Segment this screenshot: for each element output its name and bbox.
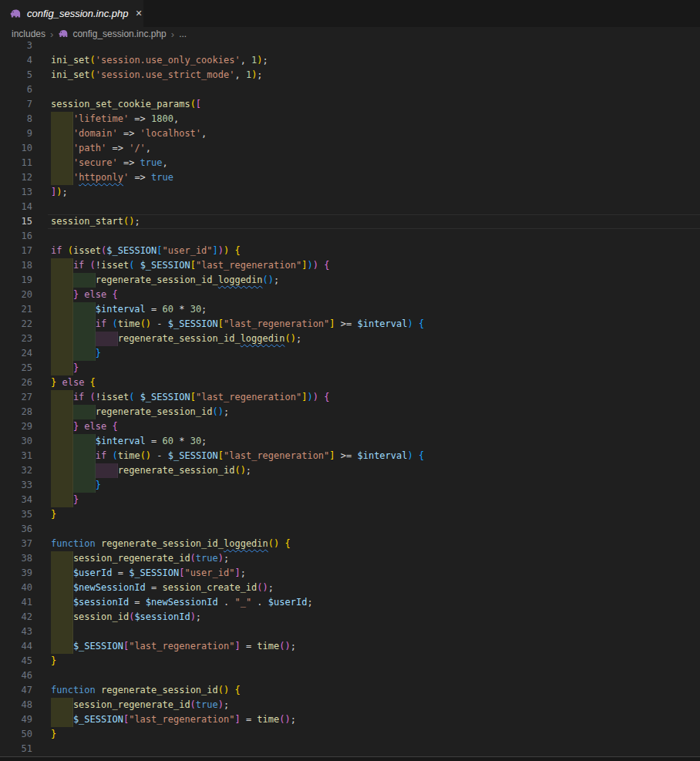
code-token: ;	[224, 699, 229, 710]
indent-highlight	[73, 302, 96, 317]
code-line-content: } else {	[51, 288, 700, 302]
line-number: 33	[0, 478, 51, 493]
line-number: 6	[0, 82, 51, 97]
breadcrumb: includes › config_session.inc.php › ...	[0, 27, 700, 41]
code-token: if	[96, 318, 106, 329]
indent-highlight	[96, 463, 118, 478]
code-token: }	[73, 494, 79, 505]
code-token	[413, 450, 419, 461]
indent-highlight	[51, 463, 73, 478]
code-token: {	[90, 377, 96, 388]
indent-highlight	[96, 332, 118, 346]
code-token: $sessionId	[73, 597, 129, 608]
code-token: regenerate_session_id_	[118, 333, 241, 344]
code-line: 29} else {	[0, 419, 700, 434]
code-line: 40$newSessionId = session_create_id();	[0, 581, 700, 595]
code-token: (	[90, 260, 96, 271]
code-token: ()	[234, 465, 245, 476]
line-number: 30	[0, 434, 51, 449]
code-token: )	[190, 611, 196, 622]
code-token: ini_set	[51, 55, 90, 66]
code-line: 4ini_set('session.use_only_cookies', 1);	[0, 53, 700, 68]
code-line: 44$_SESSION["last_regeneration"] = time(…	[0, 639, 700, 654]
breadcrumb-item-file[interactable]: config_session.inc.php	[58, 29, 166, 39]
line-number: 44	[0, 639, 51, 654]
code-line-content: ini_set('session.use_only_cookies', 1);	[51, 53, 700, 68]
code-token: }	[96, 348, 101, 359]
line-number: 23	[0, 332, 51, 346]
line-number: 11	[0, 156, 51, 170]
code-token: ()	[218, 685, 229, 695]
line-number: 15	[0, 214, 51, 229]
indent-highlight	[51, 317, 73, 332]
code-token: isset	[101, 392, 129, 402]
indent-highlight	[73, 273, 96, 288]
code-token: $newSessionId	[73, 582, 146, 593]
code-line: 33}	[0, 478, 700, 493]
code-line-content: } else {	[51, 375, 700, 390]
code-line: 45}	[0, 654, 700, 668]
indent-highlight	[73, 449, 96, 463]
code-token: [	[218, 450, 224, 461]
line-number: 20	[0, 288, 51, 302]
code-token: regenerate_session_id_	[101, 538, 224, 549]
code-token	[84, 377, 89, 388]
indent-highlight	[73, 332, 96, 346]
code-token: {	[419, 318, 424, 329]
code-token: =	[129, 597, 146, 608]
code-token: )	[307, 260, 312, 271]
code-token: {	[419, 450, 424, 461]
code-token: function	[51, 538, 96, 549]
line-number: 32	[0, 463, 51, 478]
code-editor[interactable]: 34ini_set('session.use_only_cookies', 1)…	[0, 41, 700, 756]
code-token: 'path'	[73, 143, 106, 153]
code-line-content: if (isset($_SESSION["user_id"])) {	[51, 244, 700, 258]
close-icon[interactable]: ✕	[134, 8, 144, 19]
line-number: 5	[0, 68, 51, 82]
code-line-content	[51, 200, 700, 214]
indent-highlight	[51, 566, 73, 581]
code-token: ,	[173, 113, 179, 124]
indent-highlight	[51, 332, 73, 346]
code-token: else	[84, 289, 106, 300]
code-line: 22if (time() - $_SESSION["last_regenerat…	[0, 317, 700, 332]
code-line-content: }	[51, 493, 700, 507]
code-token: time	[257, 714, 279, 725]
code-line: 20} else {	[0, 288, 700, 302]
code-token: $interval	[96, 436, 146, 446]
breadcrumb-item-symbol[interactable]: ...	[179, 29, 187, 39]
breadcrumb-file-label: config_session.inc.php	[72, 29, 166, 39]
code-token: =	[112, 567, 129, 578]
code-line-content: 'httponly' => true	[51, 170, 700, 185]
line-number: 43	[0, 625, 51, 639]
code-token: ()	[213, 406, 224, 417]
code-line: 13]);	[0, 185, 700, 200]
code-token: )	[407, 450, 412, 461]
code-token	[84, 260, 89, 271]
tab-config-session[interactable]: config_session.inc.php ✕	[0, 0, 143, 27]
breadcrumb-item-includes[interactable]: includes	[12, 29, 45, 39]
code-token: }	[51, 655, 56, 666]
code-token: $interval	[357, 318, 407, 329]
code-token: loggedin	[218, 274, 263, 285]
code-token: '/'	[129, 143, 146, 153]
line-number: 38	[0, 551, 51, 566]
indent-highlight	[51, 273, 73, 288]
code-token: $_SESSION	[129, 567, 179, 578]
indent-highlight	[73, 405, 96, 419]
line-number: 28	[0, 405, 51, 419]
indent-highlight	[73, 463, 96, 478]
code-line-content: session_regenerate_id(true);	[51, 698, 700, 712]
indent-highlight	[51, 551, 73, 566]
indent-highlight	[51, 581, 73, 595]
line-number: 21	[0, 302, 51, 317]
code-token: (	[190, 553, 196, 564]
code-lines: 34ini_set('session.use_only_cookies', 1)…	[0, 41, 700, 756]
code-token: true	[140, 157, 163, 168]
code-line: 9'domain' => 'localhost',	[0, 126, 700, 141]
code-token: ]	[329, 318, 335, 329]
code-token: "user_id"	[163, 245, 213, 256]
code-line: 27if (!isset( $_SESSION["last_regenerati…	[0, 390, 700, 405]
indent-highlight	[51, 302, 73, 317]
indent-highlight	[51, 625, 73, 639]
